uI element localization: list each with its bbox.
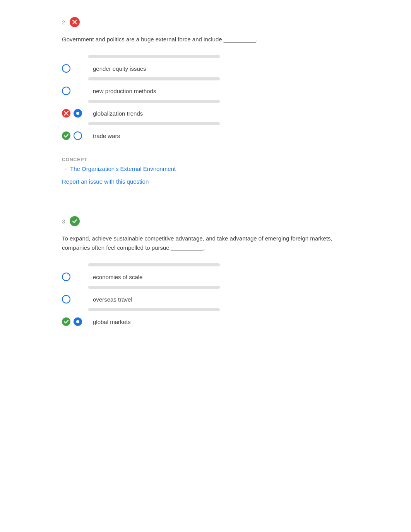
option-2a[interactable]: gender equity issues — [62, 60, 349, 76]
question-header-3: 3 — [62, 216, 349, 226]
option-2a-icons — [62, 64, 88, 73]
radio-3a[interactable] — [62, 273, 70, 281]
separator-3c-top — [88, 308, 220, 311]
spacer — [0, 194, 411, 207]
radio-2c[interactable] — [74, 109, 82, 118]
concept-link-text-2: The Organization's External Environment — [70, 165, 176, 172]
answer-options-2: gender equity issues new production meth… — [62, 53, 349, 143]
question-text-2: Government and politics are a huge exter… — [62, 35, 349, 44]
answer-options-3: economies of scale overseas travel — [62, 262, 349, 329]
option-2b-text: new production methods — [93, 88, 156, 94]
option-2d-text: trade wars — [93, 133, 120, 139]
question-header-2: 2 — [62, 17, 349, 27]
radio-3c[interactable] — [74, 317, 82, 326]
option-2a-text: gender equity issues — [93, 65, 146, 72]
separator-2d-top — [88, 122, 220, 125]
wrong-icon-2 — [70, 17, 80, 27]
option-3a[interactable]: economies of scale — [62, 268, 349, 284]
separator-2b-top — [88, 77, 220, 80]
report-link-2[interactable]: Report an issue with this question — [62, 178, 149, 185]
option-2d[interactable]: trade wars — [62, 127, 349, 143]
concept-arrow-icon: → — [62, 165, 68, 172]
option-wrapper-2d: trade wars — [62, 121, 349, 143]
concept-section-2: CONCEPT → The Organization's External En… — [62, 154, 349, 185]
radio-3b[interactable] — [62, 295, 70, 304]
question-text-3: To expand, achieve sustainable competiti… — [62, 234, 349, 252]
concept-label-2: CONCEPT — [62, 157, 349, 162]
option-3b-text: overseas travel — [93, 296, 132, 303]
page-container: 2 Government and politics are a huge ext… — [0, 0, 411, 346]
option-2b[interactable]: new production methods — [62, 82, 349, 98]
option-wrapper-2b: new production methods — [62, 76, 349, 98]
option-2c[interactable]: globalization trends — [62, 104, 349, 121]
radio-2d[interactable] — [74, 131, 82, 140]
option-2c-text: globalization trends — [93, 110, 143, 117]
option-2b-icons — [62, 87, 88, 95]
concept-link-2[interactable]: → The Organization's External Environmen… — [62, 165, 349, 172]
option-wrapper-2a: gender equity issues — [62, 53, 349, 76]
correct-marker-2d — [62, 131, 70, 140]
option-wrapper-3a: economies of scale — [62, 262, 349, 284]
option-3a-text: economies of scale — [93, 274, 142, 280]
option-wrapper-3b: overseas travel — [62, 284, 349, 307]
option-3b[interactable]: overseas travel — [62, 290, 349, 307]
option-3a-icons — [62, 273, 88, 281]
option-2c-icons — [62, 109, 88, 118]
option-3c[interactable]: global markets — [62, 313, 349, 329]
separator-2c-top — [88, 100, 220, 103]
option-3c-icons — [62, 317, 88, 326]
question-block-2: 2 Government and politics are a huge ext… — [0, 8, 411, 194]
option-2d-icons — [62, 131, 88, 140]
separator-3b-top — [88, 286, 220, 289]
question-number-2: 2 — [62, 19, 65, 26]
option-wrapper-3c: global markets — [62, 307, 349, 329]
question-number-3: 3 — [62, 218, 65, 225]
radio-2a[interactable] — [62, 64, 70, 73]
separator-2a-top — [88, 55, 220, 58]
option-3b-icons — [62, 295, 88, 304]
wrong-marker-2c — [62, 109, 70, 118]
separator-3a-top — [88, 263, 220, 266]
radio-2b[interactable] — [62, 87, 70, 95]
correct-icon-3 — [70, 216, 80, 226]
question-block-3: 3 To expand, achieve sustainable competi… — [0, 207, 411, 338]
option-3c-text: global markets — [93, 319, 131, 325]
correct-marker-3c — [62, 317, 70, 326]
option-wrapper-2c: globalization trends — [62, 98, 349, 121]
